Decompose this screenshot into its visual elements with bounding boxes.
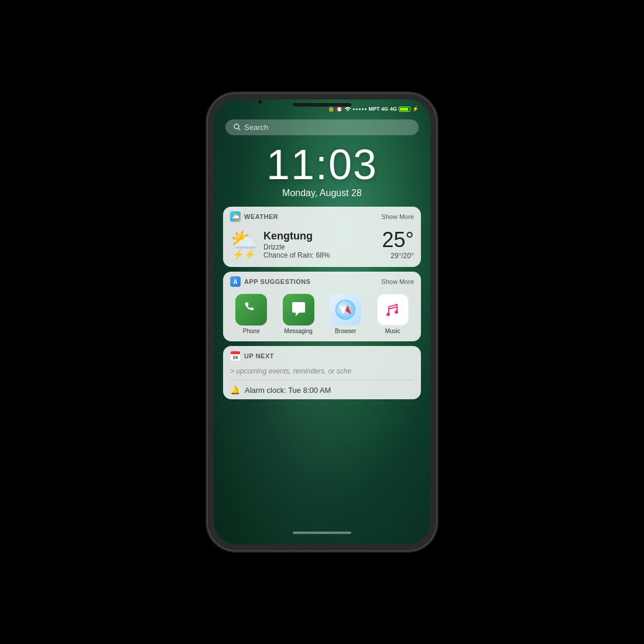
messaging-icon-svg [290,301,307,318]
app-suggestions-header-left: A APP SUGGESTIONS [230,276,311,287]
weather-content: ⛅ ⚡⚡ Kengtung Drizzle Chance of Rain: 68… [223,225,421,267]
wifi-icon [344,106,351,112]
clock-date: Monday, August 28 [214,188,430,198]
app-suggestions-title: APP SUGGESTIONS [244,278,311,285]
phone-camera [258,100,262,104]
carrier-text: MPT 4G [368,106,388,112]
phone-app-item[interactable]: Phone [235,294,267,334]
svg-line-9 [389,307,397,309]
music-icon-svg [384,301,402,318]
app-grid: Phone Messaging [223,290,421,341]
up-next-title: UP NEXT [244,352,274,359]
phone-app-label: Phone [243,328,260,334]
weather-widget: WEATHER Show More ⛅ ⚡⚡ Kengtung Drizzle … [223,207,421,267]
weather-icon-svg [231,212,240,221]
music-app-icon [377,294,409,326]
svg-point-8 [395,310,398,314]
weather-show-more[interactable]: Show More [381,213,414,220]
status-icons: 🔒 ⏰ MPT 4G 4G [328,106,419,112]
weather-details: Kengtung Drizzle Chance of Rain: 68% [263,230,376,259]
weather-condition: Drizzle [263,243,376,251]
clock-section: 11:03 Monday, August 28 [214,138,430,203]
up-next-events-text: > upcoming events, reminders, or sche [230,367,414,375]
widgets-container: WEATHER Show More ⛅ ⚡⚡ Kengtung Drizzle … [214,203,430,403]
search-bar[interactable]: Search [225,119,419,135]
search-svg [234,124,241,131]
up-next-content: > upcoming events, reminders, or sche 🔔 … [223,365,421,399]
phone-device: 🔒 ⏰ MPT 4G 4G [208,94,436,550]
battery-indicator [399,107,410,112]
weather-rain: Chance of Rain: 68% [263,251,376,259]
browser-icon-svg [335,299,356,320]
alarm-icon: 🔔 [230,385,240,395]
cloud-icon: ⛅ [230,229,258,251]
up-next-header-left: 28 UP NEXT [230,351,274,361]
music-app-item[interactable]: Music [377,294,409,334]
alarm-row: 🔔 Alarm clock: Tue 8:00 AM [230,380,414,395]
browser-app-label: Browser [335,328,357,334]
status-bar: 🔒 ⏰ MPT 4G 4G [214,100,430,116]
weather-header-left: WEATHER [230,211,278,222]
messaging-app-label: Messaging [285,328,313,334]
lightning-icon: ⚡⚡ [232,249,256,260]
home-bar[interactable] [293,532,351,534]
weather-city: Kengtung [263,230,376,242]
app-suggestions-header: A APP SUGGESTIONS Show More [223,272,421,290]
weather-temp-range: 29°/20° [382,252,414,260]
alarm-text: Alarm clock: Tue 8:00 AM [245,386,331,395]
weather-temp-section: 25° 29°/20° [382,229,414,260]
browser-app-item[interactable]: Browser [330,294,361,334]
phone-speaker [293,103,351,107]
up-next-widget: 28 UP NEXT > upcoming events, reminders,… [223,346,421,399]
alarm-status-icon: ⏰ [336,106,342,112]
calendar-icon-inner: 28 [230,351,241,361]
weather-temp-main: 25° [382,229,414,251]
weather-widget-header: WEATHER Show More [223,207,421,225]
app-suggestions-icon: A [230,276,241,287]
search-icon [234,124,241,132]
svg-point-7 [386,313,390,316]
messaging-app-item[interactable]: Messaging [283,294,314,334]
app-suggestions-widget: A APP SUGGESTIONS Show More [223,272,421,341]
messaging-app-icon [283,294,314,326]
lock-icon: 🔒 [328,106,334,112]
search-placeholder: Search [244,123,268,132]
app-suggestions-show-more[interactable]: Show More [381,278,414,285]
svg-point-4 [336,300,355,319]
weather-widget-title: WEATHER [244,213,278,220]
weather-cloud-section: ⛅ ⚡⚡ [230,229,258,260]
calendar-header [231,351,240,354]
calendar-icon: 28 [230,351,241,361]
up-next-header: 28 UP NEXT [223,346,421,365]
clock-time: 11:03 [214,143,430,186]
phone-icon-svg [242,301,260,318]
weather-app-icon [230,211,241,222]
signal-bars [353,108,366,110]
calendar-day-number: 28 [233,355,238,360]
browser-app-icon [330,294,361,326]
battery-bar [399,107,410,112]
charging-icon: ⚡ [412,106,419,112]
network-type: 4G [390,106,397,112]
phone-screen: 🔒 ⏰ MPT 4G 4G [214,100,430,544]
phone-app-icon [235,294,267,326]
svg-line-1 [238,128,240,130]
music-app-label: Music [385,328,400,334]
